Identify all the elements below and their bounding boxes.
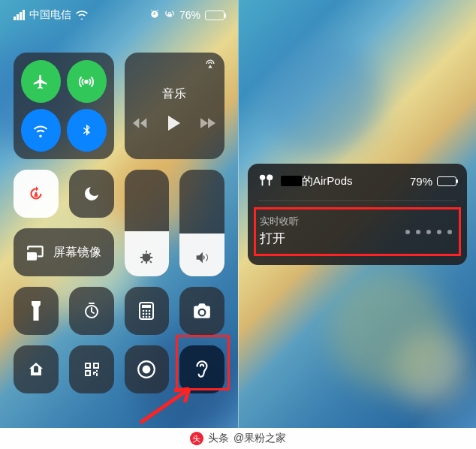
annotation-arrow xyxy=(137,381,204,428)
svg-rect-2 xyxy=(142,305,151,308)
svg-point-7 xyxy=(146,313,148,315)
svg-point-13 xyxy=(143,366,151,374)
bluetooth-button[interactable] xyxy=(67,109,107,152)
censored-name xyxy=(281,176,302,186)
calculator-button[interactable] xyxy=(125,287,170,335)
control-center-grid: 音乐 xyxy=(0,30,238,393)
svg-point-5 xyxy=(149,310,151,312)
carrier-label: 中国电信 xyxy=(29,8,71,22)
brightness-icon xyxy=(138,249,155,266)
airpods-battery-icon xyxy=(437,176,456,186)
now-playing-tile[interactable]: 音乐 xyxy=(125,53,225,159)
ear-icon xyxy=(194,359,210,380)
flashlight-icon xyxy=(29,301,43,321)
hearing-popup-screen: 的AirPods 79% 实时收听 打开 xyxy=(239,0,476,428)
camera-button[interactable] xyxy=(179,287,224,335)
svg-point-9 xyxy=(143,316,145,318)
svg-point-4 xyxy=(146,310,148,312)
wifi-icon xyxy=(76,11,88,20)
cellular-signal-icon xyxy=(14,10,25,20)
battery-pct-label: 76% xyxy=(179,9,200,21)
timer-button[interactable] xyxy=(69,287,114,335)
wifi-button[interactable] xyxy=(21,109,61,152)
airpods-icon xyxy=(258,173,275,190)
connectivity-tile xyxy=(14,53,114,159)
screen-mirror-label: 屏幕镜像 xyxy=(53,245,101,261)
hearing-popup: 的AirPods 79% 实时收听 打开 xyxy=(248,164,467,265)
calculator-icon xyxy=(138,302,155,320)
camera-icon xyxy=(192,303,212,319)
cellular-data-button[interactable] xyxy=(67,60,107,103)
live-listen-label: 实时收听 xyxy=(260,215,455,228)
level-dots xyxy=(405,230,452,234)
control-center-screen: 中国电信 76% xyxy=(0,0,239,428)
orientation-lock-button[interactable] xyxy=(14,170,59,218)
toutiao-logo-icon: 头 xyxy=(190,432,203,445)
svg-point-6 xyxy=(143,313,145,315)
flashlight-button[interactable] xyxy=(14,287,59,335)
svg-point-3 xyxy=(143,310,145,312)
airplane-mode-button[interactable] xyxy=(21,60,61,103)
watermark-account: @果粉之家 xyxy=(233,432,286,445)
svg-point-8 xyxy=(149,313,151,315)
home-icon xyxy=(27,360,45,378)
live-listen-button[interactable]: 实时收听 打开 xyxy=(258,210,456,255)
airpods-name-suffix: 的AirPods xyxy=(302,174,353,188)
next-track-icon[interactable] xyxy=(200,117,215,129)
qr-code-icon xyxy=(83,360,101,378)
svg-point-11 xyxy=(149,316,151,318)
do-not-disturb-button[interactable] xyxy=(69,170,114,218)
portrait-lock-status-icon xyxy=(164,9,175,22)
battery-icon xyxy=(205,11,224,20)
status-bar: 中国电信 76% xyxy=(0,0,238,30)
screen-mirroring-button[interactable]: 屏幕镜像 xyxy=(14,228,114,276)
svg-point-10 xyxy=(146,316,148,318)
airplay-icon xyxy=(203,59,217,72)
previous-track-icon[interactable] xyxy=(133,117,148,129)
watermark: 头 头条 @果粉之家 xyxy=(0,428,476,449)
alarm-icon xyxy=(149,9,160,22)
volume-icon xyxy=(194,249,210,266)
home-button[interactable] xyxy=(14,345,59,393)
screen-record-icon xyxy=(137,360,156,379)
music-title: 音乐 xyxy=(162,86,186,102)
brightness-slider[interactable] xyxy=(125,170,170,276)
qr-scan-button[interactable] xyxy=(69,345,114,393)
volume-slider[interactable] xyxy=(179,170,224,276)
timer-icon xyxy=(83,302,101,320)
screen-mirror-icon xyxy=(26,244,46,261)
airpods-battery-pct: 79% xyxy=(410,175,432,188)
play-icon[interactable] xyxy=(167,116,181,131)
watermark-prefix: 头条 xyxy=(208,432,229,445)
